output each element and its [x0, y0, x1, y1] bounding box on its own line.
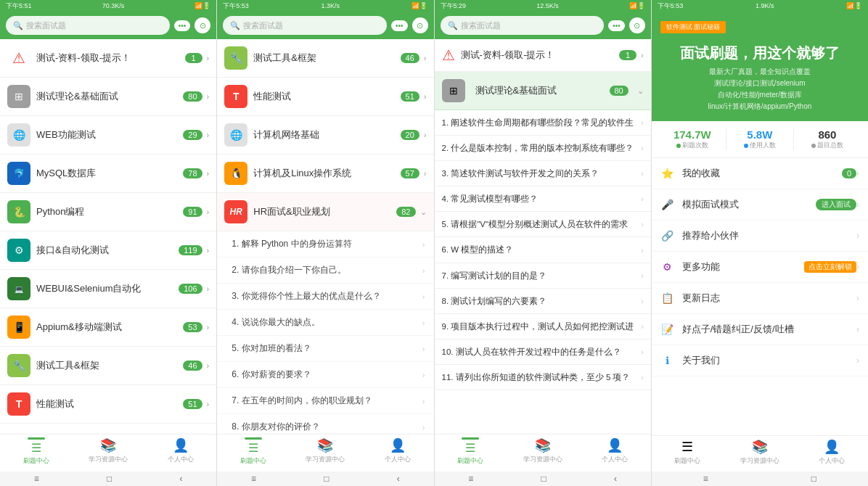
list-item-2-2[interactable]: T 性能测试 51 › — [217, 78, 433, 116]
scan-icon-2[interactable]: ⊙ — [412, 17, 428, 33]
nav-learn-2[interactable]: 📚 学习资源中心 — [290, 437, 361, 466]
expanded-cat-3[interactable]: ⊞ 测试理论&基础面试 80 ⌄ — [435, 72, 651, 110]
nav-learn-4[interactable]: 📚 学习资源中心 — [724, 439, 795, 466]
list-item-3-2[interactable]: 🌐 计算机网络基础 20 › — [217, 116, 433, 155]
nav-home-2[interactable]: ☰ 刷题中心 — [217, 437, 289, 466]
nav-user-2[interactable]: 👤 个人中心 — [361, 437, 433, 466]
sys-menu-3[interactable]: ≡ — [468, 474, 473, 484]
question-6-3[interactable]: 6. W 模型的描述？ › — [435, 237, 651, 263]
search-input-3[interactable]: 🔍 搜索面试题 — [441, 16, 605, 35]
nav-home-4[interactable]: ☰ 刷题中心 — [652, 439, 724, 466]
question-8-3[interactable]: 8. 测试计划编写的六要素？ › — [435, 289, 651, 314]
list-item-6-1[interactable]: ⚙ 接口&自动化测试 119 › — [0, 231, 216, 270]
scan-icon-1[interactable]: ⊙ — [195, 17, 210, 33]
menu-mic-icon-4: 🎤 — [660, 199, 675, 210]
scan-icon-3[interactable]: ⊙ — [629, 17, 645, 33]
question-11-3[interactable]: 11. 请列出你所知道的软件测试种类，至少 5 项？ › — [435, 365, 651, 390]
list-item-5-2[interactable]: HR HR面试&职业规划 82 ⌄ — [217, 193, 433, 231]
list-item-10-1[interactable]: T 性能测试 51 › — [0, 385, 216, 424]
menu-item-4-4[interactable]: ⚙ 更多功能 点击立刻解锁 › — [652, 252, 868, 283]
search-input-1[interactable]: 🔍 搜索面试题 — [6, 16, 170, 35]
status-bar-2: 下午5:53 1.3K/s 📶🔋 — [217, 0, 433, 12]
sub-item-7-2[interactable]: 7. 在五年的时间内，你的职业规划？ › — [217, 388, 433, 414]
question-10-3[interactable]: 10. 测试人员在软件开发过程中的任务是什么？ › — [435, 339, 651, 365]
q-arrow-6-3: › — [641, 246, 644, 255]
sub-item-8-2[interactable]: 8. 你朋友对你的评价？ › — [217, 414, 433, 434]
sys-menu-1[interactable]: ≡ — [34, 474, 39, 484]
nav-user-3[interactable]: 👤 个人中心 — [578, 437, 650, 466]
promo-line-1-4: 最新大厂真题，最全知识点覆盖 — [660, 66, 859, 78]
sub-item-2-2[interactable]: 2. 请你自我介绍一下你自己。 › — [217, 258, 433, 284]
sub-item-3-2[interactable]: 3. 你觉得你个性上最大的优点是什么？ › — [217, 284, 433, 310]
list-item-5-1[interactable]: 🐍 Python编程 91 › — [0, 193, 216, 231]
menu-item-1-4[interactable]: ⭐ 我的收藏 0 › — [652, 158, 868, 189]
search-icons-3: ••• ⊙ — [608, 17, 645, 33]
q-arrow-10-3: › — [641, 347, 644, 356]
question-9-3[interactable]: 9. 项目版本执行过程中，测试人员如何把控测试进 › — [435, 314, 651, 339]
sub-item-6-2[interactable]: 6. 你对薪资的要求？ › — [217, 362, 433, 388]
list-item-8-1[interactable]: 📱 Appium&移动端测试 53 › — [0, 308, 216, 347]
icon-4-1: 🐬 — [7, 162, 30, 185]
sys-home-1[interactable]: □ — [107, 474, 112, 484]
sys-home-4[interactable]: □ — [811, 474, 816, 484]
sub-item-4-2[interactable]: 4. 说说你最大的缺点。 › — [217, 310, 433, 336]
sys-back-3[interactable]: ‹ — [614, 474, 617, 484]
dot-menu-2[interactable]: ••• — [391, 20, 408, 31]
sys-menu-2[interactable]: ≡ — [251, 474, 256, 484]
sys-bar-3: ≡ □ ‹ — [435, 471, 651, 486]
question-7-3[interactable]: 7. 编写测试计划的目的是？ › — [435, 263, 651, 289]
status-time-3: 下午5:29 — [441, 1, 467, 11]
search-input-2[interactable]: 🔍 搜索面试题 — [223, 16, 387, 35]
status-time-4: 下午5:53 — [658, 1, 684, 11]
bottom-nav-1: ☰ 刷题中心 📚 学习资源中心 👤 个人中心 — [0, 434, 216, 471]
list-item-9-1[interactable]: 🔧 测试工具&框架 46 › — [0, 347, 216, 385]
sub-label-3-2: 3. 你觉得你个性上最大的优点是什么？ — [232, 290, 380, 302]
nav-home-label-3: 刷题中心 — [457, 456, 483, 466]
q-arrow-2-3: › — [641, 144, 644, 152]
chevron-4-1: › — [207, 169, 210, 178]
menu-arrow-3-4: › — [856, 231, 859, 241]
nav-learn-3[interactable]: 📚 学习资源中心 — [507, 437, 578, 466]
stat-num-2-4: 5.8W — [726, 128, 793, 141]
nav-home-3[interactable]: ☰ 刷题中心 — [435, 437, 507, 466]
menu-arrow-4-4: › — [856, 262, 859, 272]
dot-menu-1[interactable]: ••• — [174, 20, 191, 31]
bottom-nav-4: ☰ 刷题中心 📚 学习资源中心 👤 个人中心 — [652, 435, 868, 471]
nav-learn-label-4: 学习资源中心 — [740, 456, 779, 466]
sys-home-3[interactable]: □ — [541, 474, 546, 484]
menu-item-7-4[interactable]: ℹ 关于我们 › — [652, 345, 868, 376]
question-3-3[interactable]: 3. 简述软件测试与软件开发之间的关系？ › — [435, 161, 651, 186]
list-item-7-1[interactable]: 💻 WEBUI&Selenium自动化 106 › — [0, 270, 216, 308]
question-5-3[interactable]: 5. 请根据"V"模型分别概述测试人员在软件的需求 › — [435, 212, 651, 237]
nav-user-1[interactable]: 👤 个人中心 — [144, 437, 216, 466]
menu-item-3-4[interactable]: 🔗 推荐给小伙伴 › — [652, 221, 868, 252]
menu-item-2-4[interactable]: 🎤 模拟面试模式 进入面试 › — [652, 189, 868, 221]
list-item-4-1[interactable]: 🐬 MySQL数据库 78 › — [0, 155, 216, 193]
sys-back-1[interactable]: ‹ — [180, 474, 183, 484]
sub-item-5-2[interactable]: 5. 你对加班的看法？ › — [217, 336, 433, 362]
dot-menu-3[interactable]: ••• — [608, 20, 625, 31]
list-item-3-1[interactable]: 🌐 WEB功能测试 29 › — [0, 116, 216, 155]
q-text-9-3: 9. 项目版本执行过程中，测试人员如何把控测试进 — [442, 321, 639, 332]
menu-item-5-4[interactable]: 📋 更新日志 › — [652, 283, 868, 314]
sys-menu-4[interactable]: ≡ — [703, 474, 708, 484]
menu-share-icon-4: 🔗 — [660, 230, 675, 242]
list-label-3-2: 计算机网络基础 — [253, 128, 400, 141]
list-item-alert-1[interactable]: ⚠ 测试-资料-领取-提示！ 1 › — [0, 39, 216, 78]
list-item-2-1[interactable]: ⊞ 测试理论&基础面试 80 › — [0, 78, 216, 116]
nav-learn-1[interactable]: 📚 学习资源中心 — [72, 437, 144, 466]
menu-item-6-4[interactable]: 📝 好点子/错题纠正/反馈/吐槽 › — [652, 314, 868, 345]
nav-user-label-1: 个人中心 — [168, 455, 194, 464]
sub-item-1-2[interactable]: 1. 解释 Python 中的身份运算符 › — [217, 231, 433, 258]
alert-item-3[interactable]: ⚠ 测试-资料-领取-提示！ 1 › — [435, 39, 651, 72]
nav-user-4[interactable]: 👤 个人中心 — [796, 439, 868, 466]
list-item-4-2[interactable]: 🐧 计算机及Linux操作系统 57 › — [217, 155, 433, 193]
sys-back-2[interactable]: ‹ — [397, 474, 400, 484]
question-2-3[interactable]: 2. 什么是版本控制，常用的版本控制系统有哪些？ › — [435, 136, 651, 161]
sys-home-2[interactable]: □ — [324, 474, 329, 484]
question-4-3[interactable]: 4. 常见测试模型有哪些？ › — [435, 186, 651, 212]
list-item-1-2[interactable]: 🔧 测试工具&框架 46 › — [217, 39, 433, 78]
question-1-3[interactable]: 1. 阐述软件生命周期都有哪些阶段？常见的软件生 › — [435, 110, 651, 136]
list-label-3-1: WEB功能测试 — [36, 128, 183, 141]
nav-home-1[interactable]: ☰ 刷题中心 — [0, 437, 72, 466]
